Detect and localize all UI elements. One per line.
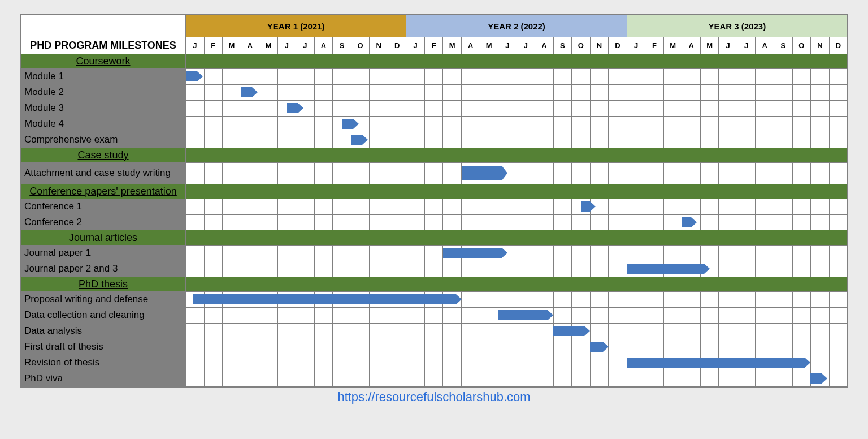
gantt-bar xyxy=(193,294,456,304)
task-row: First draft of thesis xyxy=(21,339,847,355)
task-label: Revision of thesis xyxy=(21,355,186,371)
task-label: Conference 2 xyxy=(21,214,186,230)
task-label: Journal paper 1 xyxy=(21,245,186,261)
gantt-bar xyxy=(627,264,704,274)
month-header: J xyxy=(627,37,645,54)
gantt-bar xyxy=(462,166,502,180)
task-label: Comprehensive exam xyxy=(21,132,186,148)
task-row: Proposal writing and defense xyxy=(21,291,847,307)
month-header: A xyxy=(461,37,480,54)
month-header: M xyxy=(259,37,277,54)
task-row: Journal paper 1 xyxy=(21,245,847,261)
month-header: D xyxy=(388,37,406,54)
task-label: Conference 1 xyxy=(21,199,186,214)
section-row: Case study xyxy=(21,148,847,162)
task-label: Module 2 xyxy=(21,84,186,100)
month-header: J xyxy=(406,37,424,54)
month-header: M xyxy=(222,37,241,54)
section-label: Journal articles xyxy=(21,230,186,245)
month-header: J xyxy=(718,37,737,54)
task-grid xyxy=(186,132,847,148)
task-grid xyxy=(186,261,847,277)
task-row: Conference 1 xyxy=(21,199,847,214)
section-grid xyxy=(186,54,847,68)
task-label: Module 4 xyxy=(21,116,186,132)
month-header: J xyxy=(737,37,756,54)
month-header: N xyxy=(590,37,609,54)
month-header: O xyxy=(351,37,370,54)
section-row: PhD thesis xyxy=(21,277,847,291)
month-header: O xyxy=(571,37,590,54)
task-row: Revision of thesis xyxy=(21,355,847,371)
section-label: PhD thesis xyxy=(21,277,186,291)
gantt-bar xyxy=(287,103,298,113)
section-grid xyxy=(186,277,847,291)
task-label: Data analysis xyxy=(21,323,186,339)
month-header: D xyxy=(829,37,848,54)
section-label: Conference papers' presentation xyxy=(21,184,186,199)
gantt-bar xyxy=(443,248,502,258)
month-header: F xyxy=(204,37,223,54)
task-grid xyxy=(186,245,847,261)
task-row: Attachment and case study writing xyxy=(21,162,847,184)
task-grid xyxy=(186,291,847,307)
month-header: F xyxy=(645,37,663,54)
task-row: Comprehensive exam xyxy=(21,132,847,148)
chart-title: PHD PROGRAM MILESTONES xyxy=(21,37,186,54)
gantt-bar xyxy=(241,87,253,97)
gantt-bar xyxy=(810,373,822,384)
task-label: Module 1 xyxy=(21,68,186,84)
task-grid xyxy=(186,339,847,355)
month-header: D xyxy=(608,37,627,54)
task-label: Module 3 xyxy=(21,100,186,116)
year-header-1: YEAR 1 (2021) xyxy=(186,15,406,37)
section-grid xyxy=(186,184,847,199)
task-grid xyxy=(186,323,847,339)
footer: https://resourcefulscholarshub.com xyxy=(20,390,848,404)
task-grid xyxy=(186,214,847,230)
month-header: S xyxy=(774,37,792,54)
year-header-blank xyxy=(21,15,186,37)
title-row: PHD PROGRAM MILESTONES JFMAMJJASONDJFMAM… xyxy=(21,37,847,54)
task-label: Data collection and cleaning xyxy=(21,307,186,323)
task-row: Data analysis xyxy=(21,323,847,339)
task-row: Data collection and cleaning xyxy=(21,307,847,323)
gantt-bar xyxy=(342,119,353,129)
gantt-bar xyxy=(581,201,590,212)
task-row: PhD viva xyxy=(21,371,847,386)
month-header: J xyxy=(498,37,517,54)
task-grid xyxy=(186,100,847,116)
month-header: N xyxy=(810,37,829,54)
task-label: Journal paper 2 and 3 xyxy=(21,261,186,277)
task-grid xyxy=(186,84,847,100)
task-grid xyxy=(186,371,847,386)
month-header: M xyxy=(442,37,461,54)
gantt-bar xyxy=(498,310,548,320)
month-header: S xyxy=(332,37,351,54)
task-label: First draft of thesis xyxy=(21,339,186,355)
month-header: A xyxy=(755,37,774,54)
task-row: Module 1 xyxy=(21,68,847,84)
month-header: J xyxy=(277,37,296,54)
gantt-bar xyxy=(627,358,805,368)
month-header: J xyxy=(186,37,204,54)
task-grid xyxy=(186,116,847,132)
footer-link[interactable]: https://resourcefulscholarshub.com xyxy=(337,390,530,404)
month-header: F xyxy=(424,37,443,54)
task-grid xyxy=(186,355,847,371)
gantt-chart: YEAR 1 (2021)YEAR 2 (2022)YEAR 3 (2023) … xyxy=(20,14,848,388)
task-grid xyxy=(186,68,847,84)
task-label: PhD viva xyxy=(21,371,186,386)
section-label: Case study xyxy=(21,148,186,162)
task-grid xyxy=(186,162,847,184)
year-header-2: YEAR 2 (2022) xyxy=(406,15,626,37)
month-header: M xyxy=(480,37,498,54)
month-header: A xyxy=(314,37,333,54)
year-header-3: YEAR 3 (2023) xyxy=(627,15,847,37)
month-header: J xyxy=(517,37,535,54)
month-header: A xyxy=(682,37,700,54)
section-row: Conference papers' presentation xyxy=(21,184,847,199)
month-header: A xyxy=(241,37,259,54)
task-row: Module 2 xyxy=(21,84,847,100)
month-header: M xyxy=(663,37,682,54)
